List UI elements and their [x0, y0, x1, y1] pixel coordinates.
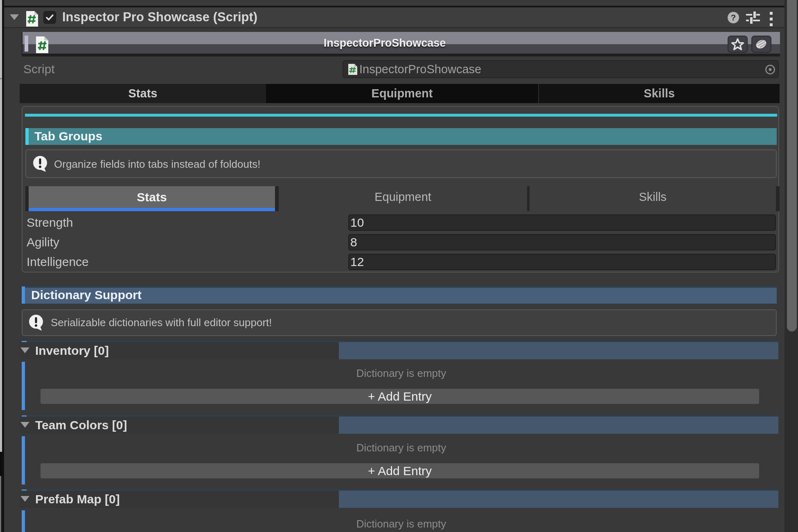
svg-text:?: ?	[731, 13, 736, 22]
